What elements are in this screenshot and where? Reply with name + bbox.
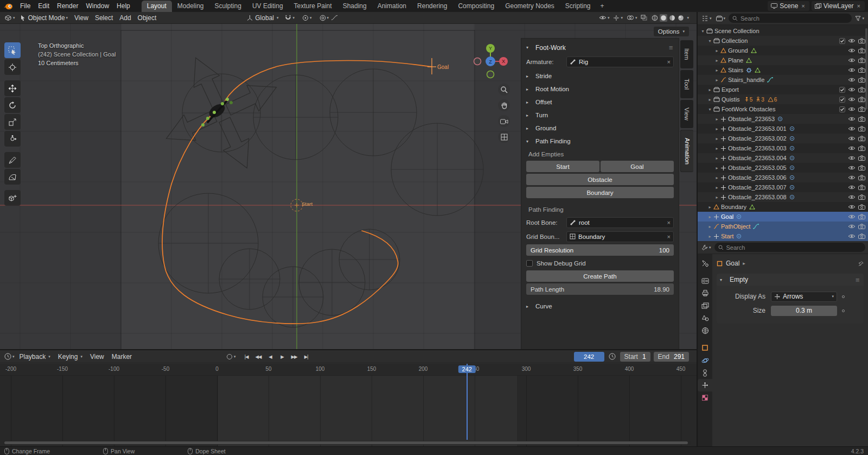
zoom-ic+on[interactable] [498,84,510,96]
npanel-tab-item[interactable]: Item [680,40,693,68]
section-ground[interactable]: ▸Ground [526,122,674,135]
disclosure-closed-icon[interactable]: ▸ [707,234,713,239]
disable-render-icon[interactable] [858,185,865,190]
properties-search-input[interactable]: Search [714,243,865,252]
outliner-row-obstacle-223653[interactable]: ▸Obstacle_223653 [698,114,868,124]
mode-selector[interactable]: Object Mode▾ [16,13,72,23]
disclosure-closed-icon[interactable]: ▸ [707,205,713,210]
section-path-finding[interactable]: ▾Path Finding [526,135,674,148]
outliner-row-plane[interactable]: ▸Plane [698,55,868,65]
disable-render-icon[interactable] [858,106,865,112]
outliner-row-obstacle-223653-002[interactable]: ▸Obstacle_223653.002 [698,134,868,143]
hide-eye-icon[interactable] [848,106,856,112]
outliner-row-goal[interactable]: ▸Goal [698,212,868,222]
hide-eye-icon[interactable] [848,194,856,200]
outliner-row-stairs[interactable]: ▸Stairs [698,65,868,75]
exclude-checkbox[interactable] [839,38,845,44]
menu-window[interactable]: Window [82,1,113,11]
outliner-scrollbar[interactable] [865,28,867,110]
panel-grip-icon[interactable]: ≣ [669,45,674,50]
clear-grid-boundary-icon[interactable]: × [667,233,671,240]
timeline-body[interactable] [0,376,697,446]
shading-material-icon[interactable] [668,14,676,22]
disclosure-closed-icon[interactable]: ▸ [714,166,720,170]
show-object-types-icon[interactable]: ▾ [599,15,610,20]
workspace-tab-geometry-nodes[interactable]: Geometry Nodes [500,1,560,12]
editor-type-icon[interactable]: ▾ [4,15,15,21]
orientation-dropdown[interactable]: Global▾ [246,13,278,23]
size-field[interactable]: 0.3 m [771,306,837,316]
hide-eye-icon[interactable] [848,214,856,219]
clear-armature-icon[interactable]: × [667,59,671,65]
hide-eye-icon[interactable] [848,204,856,210]
outliner-row-footwork-obstacles[interactable]: ▾FootWork Obstacles [698,104,868,114]
disable-render-icon[interactable] [858,116,865,122]
hide-eye-icon[interactable] [848,165,856,170]
workspace-tab-sculpting[interactable]: Sculpting [209,1,247,12]
proportional-edit-icon[interactable]: ▾ [320,15,329,21]
npanel-tab-tool[interactable]: Tool [680,70,693,98]
outliner-row-obstacle-223653-003[interactable]: ▸Obstacle_223653.003 [698,143,868,153]
add-cube-tool[interactable] [4,190,21,206]
outliner-row-start[interactable]: ▸Start [698,231,868,241]
disclosure-closed-icon[interactable]: ▸ [714,156,720,161]
current-frame-field[interactable]: 242 [574,352,604,362]
ortho-grid-icon[interactable] [498,131,510,143]
xray-toggle-icon[interactable] [641,15,647,21]
npanel-tab-view[interactable]: View [680,100,693,128]
menu-render[interactable]: Render [53,1,82,11]
hide-eye-icon[interactable] [848,224,856,229]
annotate-tool[interactable] [4,152,21,168]
blender-logo-icon[interactable] [3,2,14,10]
add-boundary-button[interactable]: Boundary [526,187,674,198]
workspace-tab-compositing[interactable]: Compositing [452,1,500,12]
disable-render-icon[interactable] [858,224,865,229]
path-length-slider[interactable]: Path Length18.90 [526,283,674,295]
shading-solid-icon[interactable] [660,14,667,22]
disclosure-closed-icon[interactable]: ▸ [714,146,720,151]
prev-keyframe-button[interactable]: ◀◀ [253,352,264,362]
start-frame-field[interactable]: Start1 [620,352,650,362]
disclosure-closed-icon[interactable]: ▸ [714,68,720,73]
disclosure-open-icon[interactable]: ▾ [707,107,713,112]
outliner-row-obstacle-223653-004[interactable]: ▸Obstacle_223653.004 [698,153,868,163]
workspace-tab-uv-editing[interactable]: UV Editing [247,1,289,12]
outliner-row-obstacle-223653-006[interactable]: ▸Obstacle_223653.006 [698,173,868,182]
empty-panel-header[interactable]: ▾ Empty ≣ [717,274,864,286]
properties-tab-render[interactable] [698,274,712,287]
add-goal-button[interactable]: Goal [601,161,674,172]
section-root-motion[interactable]: ▸Root Motion [526,83,674,96]
disclosure-open-icon[interactable]: ▾ [700,29,706,34]
viewlayer-selector[interactable]: ViewLayer × [812,1,865,11]
disable-render-icon[interactable] [858,67,865,73]
disable-render-icon[interactable] [858,48,865,53]
properties-tab-tool[interactable] [698,257,712,269]
outliner-row-obstacle-223653-001[interactable]: ▸Obstacle_223653.001 [698,124,868,134]
outliner-row-obstacle-223653-008[interactable]: ▸Obstacle_223653.008 [698,192,868,202]
viewport-menu-add[interactable]: Add [116,13,134,23]
disable-render-icon[interactable] [858,38,865,43]
menu-help[interactable]: Help [113,1,134,11]
properties-tab-object[interactable] [698,342,712,354]
disclosure-closed-icon[interactable]: ▸ [714,175,720,180]
pin-icon[interactable] [858,261,864,267]
properties-tab-object-data[interactable] [698,379,712,391]
playhead-frame-badge[interactable]: 242 [458,365,476,373]
disclosure-closed-icon[interactable]: ▸ [714,78,720,83]
animate-dot[interactable] [842,309,845,312]
breadcrumb-object-name[interactable]: Goal [726,260,739,267]
hide-eye-icon[interactable] [848,175,856,180]
show-debug-grid-checkbox[interactable] [526,260,533,267]
pan-hand-icon[interactable] [498,99,510,111]
disable-render-icon[interactable] [858,175,865,180]
npanel-panel-header[interactable]: ▾ Foot-Work ≣ [526,41,674,54]
disclosure-closed-icon[interactable]: ▸ [714,127,720,131]
disclosure-closed-icon[interactable]: ▸ [714,117,720,122]
outliner-row-collection[interactable]: ▾Collection [698,36,868,46]
display-as-dropdown[interactable]: Arrows ▾ [771,292,837,302]
falloff-curve-icon[interactable] [331,15,338,21]
disable-render-icon[interactable] [858,214,865,219]
select-tool[interactable] [4,42,21,58]
outliner-row-quistis[interactable]: ▸Quistis536 [698,94,868,104]
add-start-button[interactable]: Start [526,161,599,172]
